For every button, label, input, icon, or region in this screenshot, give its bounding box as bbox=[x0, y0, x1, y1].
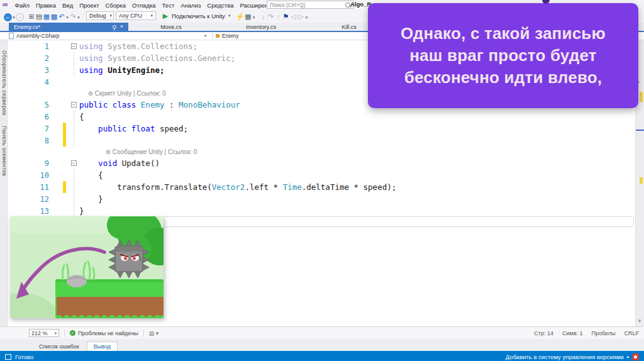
fold-toggle[interactable]: − bbox=[69, 99, 78, 111]
menu-item-6[interactable]: Тест bbox=[159, 2, 178, 9]
code-line-7[interactable]: 7 public float speed; bbox=[8, 123, 635, 135]
menu-item-8[interactable]: Средства bbox=[204, 2, 236, 9]
tool-window-tab-1[interactable]: Вывод bbox=[87, 342, 118, 351]
line-number[interactable]: 1 bbox=[8, 42, 52, 51]
menu-item-4[interactable]: Сборка bbox=[103, 2, 130, 9]
save-all-icon[interactable]: ▩ bbox=[50, 13, 58, 20]
debug-configuration-value: Debug bbox=[89, 13, 106, 19]
chevron-down-icon: ▾ bbox=[150, 13, 153, 18]
code-line-8[interactable]: 8 bbox=[8, 135, 635, 147]
code-line-10[interactable]: 10 { bbox=[8, 169, 635, 181]
fold-toggle[interactable]: − bbox=[69, 40, 78, 52]
document-actions-icon[interactable]: ▤ ▾ bbox=[149, 330, 159, 336]
nav-forward-icon[interactable]: → bbox=[16, 13, 24, 21]
platform-select[interactable]: Any CPU▾ bbox=[116, 11, 156, 20]
eol-indicator[interactable]: CRLF bbox=[624, 330, 639, 336]
side-panel-tab-0[interactable]: Обозреватель серверов bbox=[1, 50, 8, 116]
line-number[interactable]: 13 bbox=[8, 207, 52, 216]
line-number[interactable]: 12 bbox=[8, 195, 52, 204]
chevron-down-icon: ▾ bbox=[204, 33, 206, 38]
callout-line: Однако, с такой записью bbox=[368, 23, 638, 45]
code-text: using System.Collections.Generic; bbox=[79, 53, 235, 63]
overflow-caret-icon[interactable]: ▾ bbox=[305, 14, 309, 21]
diagnostics-icon[interactable]: ▦ bbox=[245, 13, 252, 20]
type-dropdown[interactable]: Enemy bbox=[216, 32, 238, 40]
fold-toggle[interactable]: − bbox=[69, 157, 78, 169]
project-dropdown[interactable]: Assembly-CSharp ▾ bbox=[9, 32, 209, 40]
chevron-down-icon: ▾ bbox=[55, 331, 57, 336]
change-track-column bbox=[63, 40, 66, 52]
spaces-indicator[interactable]: Пробелы bbox=[592, 330, 616, 336]
attach-to-unity-button[interactable]: ▶ Подключить к Unity ▾ bbox=[162, 12, 231, 19]
redo-icon[interactable]: ↷ bbox=[69, 13, 77, 20]
menu-item-3[interactable]: Проект bbox=[76, 2, 102, 9]
quick-search-box[interactable]: Поиск (Ctrl+Q) bbox=[267, 1, 353, 9]
code-segment: UnityEngine; bbox=[108, 65, 164, 75]
tab-label: Move.cs bbox=[160, 24, 182, 30]
new-project-icon[interactable]: ⊞ bbox=[28, 13, 35, 20]
code-segment: Time bbox=[283, 182, 302, 192]
code-line-13[interactable]: 13} bbox=[8, 205, 635, 217]
line-number[interactable]: 5 bbox=[8, 101, 52, 109]
tab-inventory-cs[interactable]: Inventory.cs bbox=[214, 23, 308, 31]
code-line-6[interactable]: 6{ bbox=[8, 111, 635, 123]
menu-item-5[interactable]: Отладка bbox=[129, 2, 159, 9]
collapse-icon[interactable]: − bbox=[71, 160, 77, 166]
tool-window-tab-0[interactable]: Список ошибок bbox=[33, 342, 86, 351]
nav-back-icon[interactable]: ← bbox=[4, 13, 12, 21]
tab-icons: × bbox=[113, 24, 123, 30]
save-icon[interactable]: ▦ bbox=[43, 13, 50, 20]
tab-enemy-cs-[interactable]: Enemy.cs*× bbox=[9, 23, 128, 31]
document-health-indicator[interactable]: ✓ Проблемы не найдены bbox=[70, 330, 138, 336]
step-into-icon[interactable]: ↓ bbox=[260, 13, 267, 20]
code-line-9[interactable]: 9− void Update() bbox=[8, 157, 635, 169]
dropdown-caret-icon[interactable]: ▾ bbox=[77, 14, 80, 21]
code-segment: speed; bbox=[155, 124, 188, 133]
line-number[interactable]: 9 bbox=[8, 159, 52, 168]
debug-configuration-select[interactable]: Debug▾ bbox=[86, 11, 114, 20]
dropdown-caret-icon[interactable]: ▾ bbox=[252, 14, 256, 21]
codelens-annotation[interactable]: ⚙ Сообщение Unity | Ссылок: 0 bbox=[8, 147, 635, 157]
code-line-12[interactable]: 12 } bbox=[8, 193, 635, 205]
step-over-icon[interactable]: ↷ bbox=[267, 13, 275, 20]
line-number[interactable]: 8 bbox=[8, 136, 52, 145]
line-number[interactable]: 10 bbox=[8, 171, 52, 180]
bookmark-prev-icon[interactable]: ◁ bbox=[290, 13, 297, 20]
bookmark-icon[interactable]: ⚑ bbox=[282, 13, 290, 20]
bookmark-next-icon[interactable]: ▷ bbox=[297, 13, 305, 20]
menu-item-7[interactable]: Анализ bbox=[177, 2, 204, 9]
menu-item-0[interactable]: Файл bbox=[12, 2, 33, 9]
hot-reload-icon[interactable]: ⚡ bbox=[236, 13, 245, 20]
close-icon[interactable]: × bbox=[120, 24, 123, 30]
line-number[interactable]: 2 bbox=[8, 54, 52, 63]
pin-icon[interactable] bbox=[113, 25, 116, 29]
line-number[interactable]: 7 bbox=[8, 125, 52, 133]
step-out-icon[interactable]: ↑ bbox=[275, 13, 282, 20]
line-number[interactable]: 3 bbox=[8, 66, 52, 75]
collapse-icon[interactable]: − bbox=[71, 43, 77, 49]
visual-studio-window: ∞ ФайлПравкаВидПроектСборкаОтладкаТестАн… bbox=[0, 0, 644, 361]
add-item-icon[interactable]: ▤ bbox=[35, 13, 43, 20]
feedback-icon[interactable] bbox=[632, 353, 639, 360]
zoom-level-select[interactable]: 212 % ▾ bbox=[29, 329, 59, 337]
code-segment: Enemy bbox=[141, 100, 165, 109]
menu-item-2[interactable]: Вид bbox=[59, 2, 76, 9]
undo-icon[interactable]: ↶ bbox=[58, 13, 65, 20]
side-panel-tab-1[interactable]: Панель элементов bbox=[1, 126, 8, 176]
line-number[interactable]: 4 bbox=[8, 78, 52, 87]
line-number[interactable]: 6 bbox=[8, 113, 52, 121]
code-line-11[interactable]: 11 transform.Translate(Vector2.left * Ti… bbox=[8, 181, 635, 193]
line-number[interactable]: 11 bbox=[8, 183, 52, 192]
source-control-button[interactable]: Добавить в систему управления версиями ▴ bbox=[506, 353, 639, 360]
fold-column bbox=[69, 205, 78, 217]
change-track-bar bbox=[63, 123, 66, 135]
collapse-icon[interactable]: − bbox=[71, 102, 77, 108]
code-segment: Update() bbox=[117, 158, 160, 168]
code-text: using System.Collections; bbox=[79, 42, 197, 51]
code-segment bbox=[79, 158, 98, 168]
menu-item-1[interactable]: Правка bbox=[33, 2, 59, 9]
editor-status-row: 212 % ▾ ✓ Проблемы не найдены ▤ ▾ Стр: 1… bbox=[0, 326, 644, 339]
divider bbox=[212, 33, 213, 39]
tab-move-cs[interactable]: Move.cs bbox=[128, 23, 214, 31]
scroll-down-arrow-icon[interactable]: ▼ bbox=[637, 318, 642, 324]
